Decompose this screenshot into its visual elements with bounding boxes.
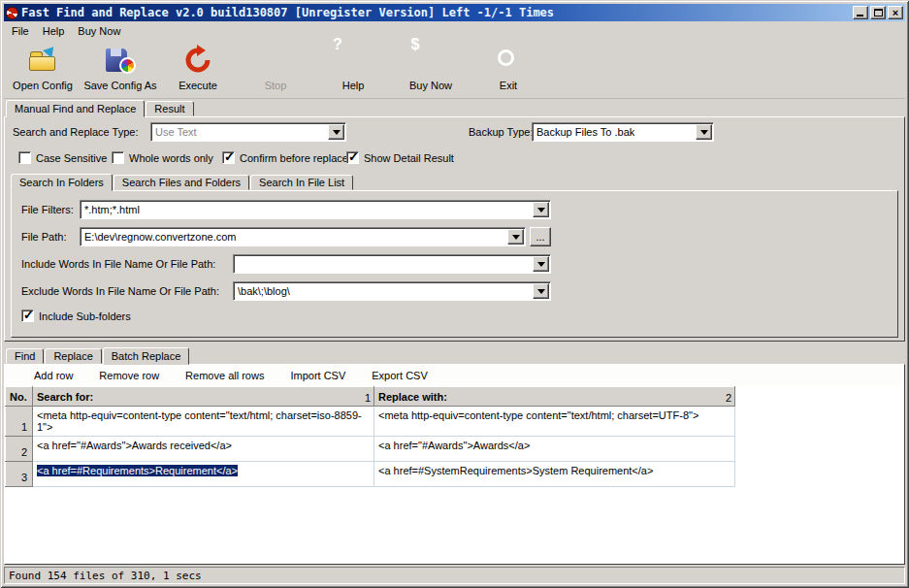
search-location-tabstrip: Search In Folders Search Files and Folde… xyxy=(5,173,904,190)
minimize-button[interactable] xyxy=(853,6,868,19)
execute-icon xyxy=(182,45,213,76)
stop-label: Stop xyxy=(265,80,287,91)
close-icon: × xyxy=(889,7,902,18)
batch-toolbar: Add row Remove row Remove all rows Impor… xyxy=(5,365,904,386)
remove-row-button[interactable]: Remove row xyxy=(99,370,159,381)
main-tabstrip: Manual Find and Replace Result xyxy=(4,99,905,116)
manual-find-replace-page: Search and Replace Type: Use Text Backup… xyxy=(4,116,905,342)
checkbox-box xyxy=(222,151,235,164)
export-csv-button[interactable]: Export CSV xyxy=(372,370,427,381)
replace-with-cell[interactable]: <a href="#Awards">Awards</a> xyxy=(374,437,735,462)
replace-with-cell[interactable]: <meta http-equiv=content-type content="t… xyxy=(374,407,735,437)
tab-search-files-and-folders[interactable]: Search Files and Folders xyxy=(114,175,249,190)
window-title: Fast Find and Replace v2.0 build130807 [… xyxy=(21,6,850,19)
save-config-icon xyxy=(105,45,136,76)
checkbox-show-detail-result[interactable]: Show Detail Result xyxy=(346,151,454,164)
save-config-as-button[interactable]: Save Config As xyxy=(81,40,159,98)
checkbox-confirm-before-replace[interactable]: Confirm before replace xyxy=(222,151,348,164)
search-for-cell-selected[interactable]: <a href=#Requirements>Requirement</a> xyxy=(33,462,374,487)
exit-button[interactable]: Exit xyxy=(470,40,547,98)
col-index-1: 1 xyxy=(365,392,371,404)
menu-file[interactable]: File xyxy=(5,23,36,39)
execute-label: Execute xyxy=(179,80,217,91)
checkbox-box xyxy=(346,151,359,164)
col-header-search-for[interactable]: Search for: 1 xyxy=(33,387,374,407)
tab-result[interactable]: Result xyxy=(146,101,193,116)
menu-help[interactable]: Help xyxy=(36,23,72,39)
help-label: Help xyxy=(342,80,365,91)
exit-icon xyxy=(493,45,524,76)
tab-search-in-file-list[interactable]: Search In File List xyxy=(250,175,353,190)
tab-batch-replace[interactable]: Batch Replace xyxy=(103,347,190,365)
backup-type-label: Backup Type: xyxy=(469,126,533,138)
checkbox-whole-words-only[interactable]: Whole words only xyxy=(112,151,213,164)
stop-button[interactable]: Stop xyxy=(237,40,314,98)
toolbar: Open Config Save Config As Execute Stop … xyxy=(4,40,905,99)
help-button[interactable]: ? Help xyxy=(314,40,392,98)
dropdown-arrow-icon[interactable] xyxy=(533,256,549,272)
search-replace-type-combo[interactable]: Use Text xyxy=(150,122,346,142)
buy-now-icon: $ xyxy=(415,45,446,76)
file-path-combo[interactable]: E:\dev\regnow.convertzone.com xyxy=(80,227,526,246)
batch-replace-page: Add row Remove row Remove all rows Impor… xyxy=(4,364,905,565)
stop-icon xyxy=(260,45,291,76)
table-row[interactable]: 3 <a href=#Requirements>Requirement</a> … xyxy=(6,462,735,487)
options-checkbox-row: Case Sensitive Whole words only Confirm … xyxy=(5,148,904,170)
search-for-cell[interactable]: <meta http-equiv=content-type content="t… xyxy=(33,407,374,437)
status-bar: Found 154 files of 310, 1 secs xyxy=(4,567,905,584)
checkbox-include-subfolders[interactable]: Include Sub-folders xyxy=(21,310,131,322)
search-for-cell[interactable]: <a href="#Awards">Awards received</a> xyxy=(33,437,374,462)
execute-button[interactable]: Execute xyxy=(159,40,237,98)
save-config-label: Save Config As xyxy=(83,80,156,91)
import-csv-button[interactable]: Import CSV xyxy=(290,370,345,381)
search-in-folders-page: File Filters: *.htm;*.html File Path: E:… xyxy=(11,190,898,338)
help-icon: ? xyxy=(338,45,369,76)
app-logo-icon xyxy=(6,7,18,19)
file-path-label: File Path: xyxy=(21,231,66,243)
checkbox-box xyxy=(18,151,31,164)
exclude-words-combo[interactable]: \bak\;\blog\ xyxy=(233,281,551,301)
table-empty-area xyxy=(5,487,904,564)
file-filters-combo[interactable]: *.htm;*.html xyxy=(80,200,551,219)
tab-manual-find-and-replace[interactable]: Manual Find and Replace xyxy=(6,100,145,117)
close-button[interactable]: × xyxy=(888,6,903,19)
backup-type-combo[interactable]: Backup Files To .bak xyxy=(532,122,714,142)
buy-now-button[interactable]: $ Buy Now xyxy=(392,40,470,98)
maximize-button[interactable] xyxy=(870,6,886,19)
row-number: 2 xyxy=(6,437,33,462)
dropdown-arrow-icon[interactable] xyxy=(696,124,712,140)
include-words-label: Include Words In File Name Or File Path: xyxy=(21,258,215,270)
checkbox-box xyxy=(21,310,34,322)
open-config-label: Open Config xyxy=(13,80,73,91)
table-row[interactable]: 1 <meta http-equiv=content-type content=… xyxy=(6,407,735,437)
file-filters-label: File Filters: xyxy=(21,204,74,215)
maximize-icon xyxy=(874,9,883,16)
remove-all-rows-button[interactable]: Remove all rows xyxy=(185,370,264,381)
title-bar: Fast Find and Replace v2.0 build130807 [… xyxy=(4,4,905,21)
tab-find[interactable]: Find xyxy=(6,348,44,364)
dropdown-arrow-icon[interactable] xyxy=(328,124,344,140)
open-config-button[interactable]: Open Config xyxy=(4,40,81,98)
search-replace-type-label: Search and Replace Type: xyxy=(13,126,138,138)
menu-bar: File Help Buy Now xyxy=(4,21,905,40)
checkbox-box xyxy=(112,151,124,164)
checkbox-case-sensitive[interactable]: Case Sensitive xyxy=(18,151,107,164)
tab-replace[interactable]: Replace xyxy=(45,348,101,364)
status-text: Found 154 files of 310, 1 secs xyxy=(9,570,202,582)
tab-search-in-folders[interactable]: Search In Folders xyxy=(11,174,113,191)
menu-buy-now[interactable]: Buy Now xyxy=(71,23,127,39)
include-words-combo[interactable] xyxy=(233,254,551,274)
exclude-words-label: Exclude Words In File Name Or File Path: xyxy=(21,285,219,297)
dropdown-arrow-icon[interactable] xyxy=(507,229,524,245)
col-header-replace-with[interactable]: Replace with: 2 xyxy=(374,387,735,407)
minimize-icon xyxy=(857,15,863,16)
dropdown-arrow-icon[interactable] xyxy=(533,283,549,299)
buy-now-label: Buy Now xyxy=(409,80,452,91)
dropdown-arrow-icon[interactable] xyxy=(533,202,549,217)
table-row[interactable]: 2 <a href="#Awards">Awards received</a> … xyxy=(6,437,735,462)
browse-button[interactable]: ... xyxy=(530,227,551,246)
add-row-button[interactable]: Add row xyxy=(34,370,73,381)
col-header-no[interactable]: No. xyxy=(6,387,33,407)
replace-mode-tabstrip: Find Replace Batch Replace xyxy=(4,346,905,364)
replace-with-cell[interactable]: <a href=#SystemRequirements>System Requi… xyxy=(374,462,735,487)
